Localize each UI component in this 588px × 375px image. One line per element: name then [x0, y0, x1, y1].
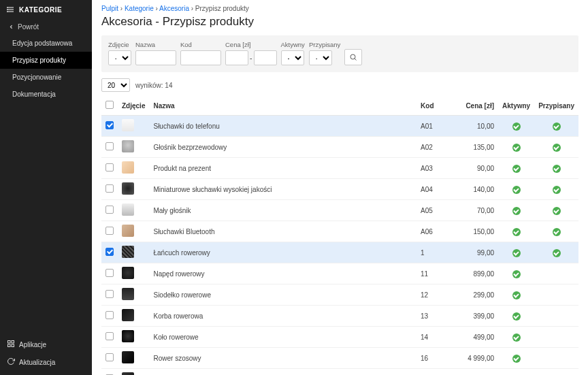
filter-price: Cena [zł] -	[225, 41, 277, 65]
product-price: 150,00	[457, 221, 498, 242]
table-row[interactable]: Korba rowerowa13399,00	[101, 306, 578, 327]
product-name: Korba rowerowa	[149, 306, 416, 327]
row-checkbox[interactable]	[105, 290, 114, 298]
product-thumb	[122, 330, 134, 342]
table-row[interactable]: Rower szosowy164 999,00	[101, 348, 578, 369]
filter-active-select[interactable]: ---	[281, 50, 304, 65]
col-name[interactable]: Nazwa	[149, 96, 416, 116]
filter-assigned: Przypisany ---	[309, 41, 340, 65]
table-row[interactable]: Koło rowerowe14499,00	[101, 327, 578, 348]
sidebar-bottom-0[interactable]: Aplikacje	[0, 336, 92, 353]
sidebar-back-label: Powrót	[18, 23, 39, 31]
row-checkbox[interactable]	[105, 121, 114, 129]
product-price: 99,00	[457, 242, 498, 263]
product-thumb	[122, 288, 134, 300]
breadcrumb-link-0[interactable]: Pulpit	[101, 5, 118, 12]
row-checkbox[interactable]	[105, 227, 114, 235]
filter-image-select[interactable]: ---	[108, 50, 131, 65]
filter-code-label: Kod	[180, 41, 221, 48]
svg-point-3	[7, 7, 8, 8]
product-price: 399,00	[457, 306, 498, 327]
row-checkbox[interactable]	[105, 206, 114, 214]
check-icon	[512, 186, 521, 194]
filter-assigned-select[interactable]: ---	[309, 50, 332, 65]
product-thumb	[122, 351, 134, 363]
row-checkbox[interactable]	[105, 332, 114, 340]
product-thumb	[122, 182, 134, 195]
search-button[interactable]	[344, 49, 362, 65]
filter-name-input[interactable]	[135, 50, 176, 65]
col-assigned[interactable]: Przypisany	[534, 96, 578, 116]
sidebar-back[interactable]: Powrót	[0, 19, 92, 35]
filter-code: Kod	[180, 41, 221, 65]
results-label: wyników:	[135, 82, 163, 89]
product-name: Koło rowerowe	[149, 327, 416, 348]
check-icon	[512, 355, 521, 363]
table-row[interactable]: Słuchawki do telefonuA0110,00	[101, 116, 578, 137]
row-checkbox[interactable]	[105, 163, 114, 172]
row-checkbox[interactable]	[105, 248, 114, 256]
filter-active: Aktywny ---	[281, 41, 305, 65]
sidebar-item-2[interactable]: Pozycjonowanie	[0, 69, 92, 86]
row-checkbox[interactable]	[105, 142, 114, 150]
table-row[interactable]: Produkt na prezentA0390,00	[101, 158, 578, 179]
check-icon	[512, 228, 521, 236]
product-name: Łańcuch rowerowy	[149, 242, 416, 263]
sidebar-bottom-1[interactable]: Aktualizacja	[0, 353, 92, 371]
main-content: Pulpit › Kategorie › Akcesoria › Przypis…	[92, 0, 588, 375]
breadcrumb-link-1[interactable]: Kategorie	[125, 5, 154, 12]
product-code: A05	[416, 200, 457, 221]
filter-name-label: Nazwa	[135, 41, 176, 48]
check-icon	[512, 291, 521, 299]
table-row[interactable]: Słuchawki BluetoothA06150,00	[101, 221, 578, 242]
table-row[interactable]: Głośnik bezprzewodowyA02135,00	[101, 137, 578, 158]
sidebar-item-3[interactable]: Dokumentacja	[0, 86, 92, 103]
row-checkbox[interactable]	[105, 184, 114, 193]
table-row[interactable]: Siodełko rowerowe12299,00	[101, 284, 578, 306]
check-icon	[512, 249, 521, 257]
col-image[interactable]: Zdjęcie	[118, 96, 149, 116]
filter-price-from[interactable]	[225, 50, 248, 65]
filter-image: Zdjęcie ---	[108, 41, 131, 65]
product-code: 11	[416, 263, 457, 284]
row-checkbox[interactable]	[105, 353, 114, 361]
check-icon	[553, 207, 561, 215]
product-name: Rower szosowy	[149, 348, 416, 369]
product-price: 299,00	[457, 284, 498, 306]
table-row[interactable]: Miniaturowe słuchawki wysokiej jakościA0…	[101, 179, 578, 200]
table-row[interactable]: Kierownica szosowa15399,00	[101, 369, 578, 376]
filter-code-input[interactable]	[180, 50, 221, 65]
product-thumb	[122, 267, 134, 279]
product-code: A06	[416, 221, 457, 242]
row-checkbox[interactable]	[105, 269, 114, 277]
col-active[interactable]: Aktywny	[498, 96, 534, 116]
check-icon	[512, 207, 521, 215]
col-code[interactable]: Kod	[416, 96, 457, 116]
table-row[interactable]: Napęd rowerowy11899,00	[101, 263, 578, 284]
row-checkbox[interactable]	[105, 311, 114, 319]
product-price: 135,00	[457, 137, 498, 158]
sidebar-item-1[interactable]: Przypisz produkty	[0, 52, 92, 69]
breadcrumb: Pulpit › Kategorie › Akcesoria › Przypis…	[92, 0, 588, 12]
filter-price-to[interactable]	[254, 50, 277, 65]
breadcrumb-link-2[interactable]: Akcesoria	[159, 5, 189, 12]
table-row[interactable]: Łańcuch rowerowy199,00	[101, 242, 578, 263]
product-price: 4 999,00	[457, 348, 498, 369]
filters-bar: Zdjęcie --- Nazwa Kod Cena [zł] - Ak	[101, 35, 578, 72]
product-name: Słuchawki Bluetooth	[149, 221, 416, 242]
table-row[interactable]: Mały głośnikA0570,00	[101, 200, 578, 221]
select-all-checkbox[interactable]	[105, 101, 114, 109]
col-price[interactable]: Cena [zł]	[457, 96, 498, 116]
svg-point-4	[7, 10, 8, 10]
pager-row: 20 wyników: 14	[92, 72, 588, 96]
page-size-select[interactable]: 20	[101, 78, 130, 92]
check-icon	[512, 165, 521, 173]
svg-line-11	[355, 59, 357, 60]
svg-rect-8	[8, 344, 11, 347]
product-name: Produkt na prezent	[149, 158, 416, 179]
product-name: Siodełko rowerowe	[149, 284, 416, 306]
check-icon	[512, 312, 521, 321]
product-price: 70,00	[457, 200, 498, 221]
sidebar-item-0[interactable]: Edycja podstawowa	[0, 35, 92, 52]
list-icon	[7, 5, 15, 14]
